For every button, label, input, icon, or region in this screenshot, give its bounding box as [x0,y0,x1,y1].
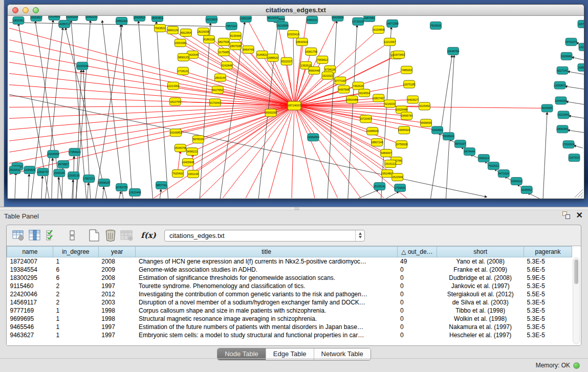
graph-node[interactable]: 10543382 [174,39,186,47]
graph-node[interactable]: 1810755 [169,98,181,105]
scrollbar-thumb[interactable] [574,259,578,284]
panel-splitter[interactable] [0,207,588,210]
graph-node[interactable]: 16415506 [332,16,344,21]
graph-node[interactable]: 1733426 [395,184,406,192]
graph-node[interactable]: 9777169 [335,77,346,84]
graph-node[interactable]: 17359924 [69,148,81,156]
graph-node[interactable]: 7632621 [488,162,499,170]
graph-node[interactable]: 19654923 [398,126,410,134]
node-table[interactable]: namein_degreeyeartitle△ out_de…shortpage… [7,246,581,345]
column-header-out_degree[interactable]: △ out_de… [397,247,437,257]
memory-ok-indicator-icon[interactable] [573,362,580,369]
graph-node[interactable]: 19218596 [276,21,289,29]
graph-node[interactable]: 16782759 [116,184,128,191]
graph-node[interactable]: 19756928 [396,141,408,148]
graph-node[interactable]: 12505135 [68,172,80,180]
graph-node[interactable]: 20891406 [116,17,128,25]
graph-node[interactable]: 9329966 [561,52,572,60]
graph-node[interactable]: 3624554 [359,89,370,97]
graph-node[interactable]: 12923448 [129,189,141,196]
table-row[interactable]: 977716911998Corpus callosum shape and si… [7,307,572,315]
graph-node[interactable]: 18640910 [296,38,308,46]
table-vertical-scrollbar[interactable] [573,257,580,344]
graph-node[interactable]: 11156829 [24,166,35,174]
graph-node[interactable]: 9975857 [58,161,69,168]
select-columns-button[interactable] [27,228,42,243]
graph-node[interactable]: 5878339 [192,136,204,143]
graph-node[interactable]: 9115460 [419,102,430,110]
network-view[interactable]: 1805381205538171552480516263244140557171… [8,16,584,199]
graph-node[interactable]: 7663822 [154,24,165,32]
graph-node[interactable]: 8427552 [212,86,223,94]
table-row[interactable]: 1456911722003Disruption of a novel membe… [7,298,572,307]
graph-node[interactable]: 18807249 [371,139,383,146]
column-header-in_degree[interactable]: in_degree [53,247,98,257]
graph-node[interactable]: 1805381 [13,16,24,24]
graph-node[interactable]: 9463627 [407,96,419,103]
graph-node[interactable]: 15720407 [360,115,372,123]
delete-table-button[interactable] [103,228,118,243]
graph-node[interactable]: 18254801 [151,16,164,21]
graph-node[interactable]: 12444159 [555,97,567,104]
graph-node[interactable]: 9827508 [218,38,229,46]
graph-node[interactable]: 9170043 [209,99,221,106]
graph-node[interactable]: 3919411 [9,166,20,174]
graph-node[interactable]: 7625402 [172,170,183,178]
graph-node[interactable]: 16154808 [373,26,385,33]
graph-node[interactable]: 20564486 [346,96,358,103]
graph-node[interactable]: 9466161 [307,16,318,24]
column-header-title[interactable]: title [136,247,397,257]
graph-node[interactable]: 14055717 [58,20,71,28]
graph-node[interactable]: 6216033 [384,100,396,107]
graph-node[interactable]: 8322037 [281,57,292,65]
graph-node[interactable]: 8813054 [267,16,278,21]
graph-node[interactable]: 8912954 [180,29,191,36]
graph-node[interactable]: 17957273 [83,175,95,183]
graph-node[interactable]: 1545194 [54,169,65,177]
graph-node[interactable]: 20206556 [47,150,59,158]
graph-node[interactable]: 9498222 [186,148,198,156]
graph-node[interactable]: 1640954 [432,126,443,134]
graph-node[interactable]: 12213967 [384,38,396,46]
graph-node[interactable]: 16648784 [447,47,459,55]
graph-node[interactable]: 6497568 [338,85,350,93]
table-row[interactable]: 946554611997Estimation of the future num… [7,323,572,331]
graph-node[interactable]: 10325419 [287,30,299,38]
table-row[interactable]: 911546021997Tourette syndrome. Phenomeno… [7,282,572,290]
column-header-name[interactable]: name [7,247,53,257]
graph-node[interactable]: 8938924 [443,133,454,140]
graph-node[interactable]: 16961758 [305,48,317,55]
row-height-button[interactable] [65,228,80,243]
graph-node[interactable]: 3175685 [218,48,229,56]
graph-node[interactable]: 19495764 [401,112,413,120]
graph-node[interactable]: 9474444 [464,148,475,156]
graph-node[interactable]: 12942737 [37,168,49,176]
graph-node[interactable]: 16409948 [182,159,194,166]
network-window[interactable]: citations_edges.txt 18053812055381715524… [7,4,584,199]
graph-node[interactable]: 8471626 [498,170,509,178]
float-panel-icon[interactable] [562,211,570,219]
graph-node[interactable]: 7955812 [317,56,328,63]
graph-node[interactable]: 8135466 [230,32,241,39]
graph-node[interactable]: 8454749 [243,46,254,53]
graph-node[interactable]: 10807467 [373,94,385,102]
graph-node[interactable]: 9484067 [381,149,392,157]
graph-node[interactable]: 2935114 [478,155,489,162]
graph-node[interactable]: 15751074 [565,38,577,46]
graph-node[interactable]: 17016504 [562,141,575,148]
graph-node[interactable]: 19958187 [98,179,111,187]
graph-node[interactable]: 18300295 [265,109,277,117]
row-checks-button[interactable] [43,228,59,243]
graph-node[interactable]: 19692951 [556,125,569,133]
graph-node[interactable]: 9227141 [557,67,568,74]
graph-node[interactable]: 1167533 [569,154,580,162]
graph-node[interactable]: 9857791 [156,182,167,189]
graph-node[interactable]: 1615122 [385,160,396,168]
table-selector-dropdown[interactable]: citations_edges.txt [164,230,365,242]
graph-node[interactable]: 14671358 [386,19,399,27]
graph-node[interactable]: 15524805 [48,16,60,20]
table-row[interactable]: 1872400712008Changes of HCN gene express… [7,257,572,266]
graph-node[interactable]: 10654112 [510,178,522,185]
graph-node[interactable]: 12975185 [403,80,416,88]
table-row[interactable]: 2242004622012Investigating the contribut… [7,290,572,298]
